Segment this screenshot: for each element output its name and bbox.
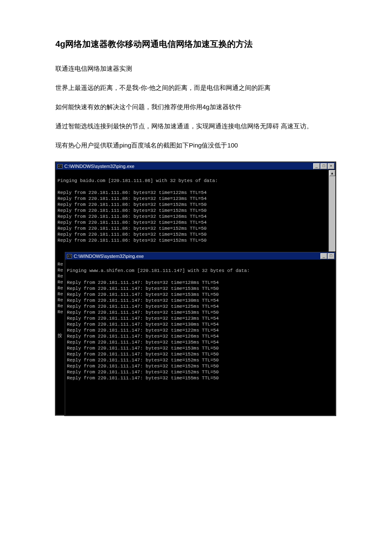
article-paragraph: 如何能快速有效的解决这个问题，我们推荐使用你用4g加速器软件 <box>55 98 337 115</box>
terminal-title-text: C:\WINDOWS\system32\ping.exe <box>64 164 134 169</box>
article-title: 4g网络加速器教你移动网通电信网络加速互换的方法 <box>55 38 337 50</box>
cmd-icon: c:\ <box>58 164 63 168</box>
minimize-button[interactable]: _ <box>313 163 320 169</box>
close-button[interactable]: × <box>328 163 334 169</box>
article-paragraph: 通过智能选线连接到最快的节点，网络加速通道，实现网通连接电信网络无障碍 高速互访… <box>55 118 337 134</box>
minimize-button[interactable]: _ <box>320 253 327 259</box>
terminal-titlebar: c:\ C:\WINDOWS\system32\ping.exe _ □ × <box>56 162 335 170</box>
scroll-up-icon[interactable]: ▲ <box>329 170 335 176</box>
terminal-body: Pinging www.a.shifen.com [220.181.111.14… <box>65 260 335 415</box>
terminal-titlebar: c:\ C:\WINDOWS\system32\ping.exe _ □ <box>65 252 335 260</box>
terminal-title-text: C:\WINDOWS\system32\ping.exe <box>74 254 144 259</box>
terminal-window-2: c:\ C:\WINDOWS\system32\ping.exe _ □ Pin… <box>65 252 336 416</box>
partial-reply-peek: Re Re Re Re Re Re Re Re Re 按 <box>58 261 63 339</box>
maximize-button[interactable]: □ <box>328 253 334 259</box>
cmd-icon: c:\ <box>67 254 72 258</box>
article-paragraph: 世界上最遥远的距离，不是我-你-他之间的距离，而是电信和网通之间的距离 <box>55 79 337 96</box>
maximize-button[interactable]: □ <box>320 163 327 169</box>
article-paragraph: 现有热心用户提供联通ping百度域名的截图如下Ping值没低于100 <box>55 137 337 153</box>
screenshot-composite: c:\ C:\WINDOWS\system32\ping.exe _ □ × P… <box>55 162 337 415</box>
article-paragraph: 联通连电信网络加速器实测 <box>55 60 337 77</box>
